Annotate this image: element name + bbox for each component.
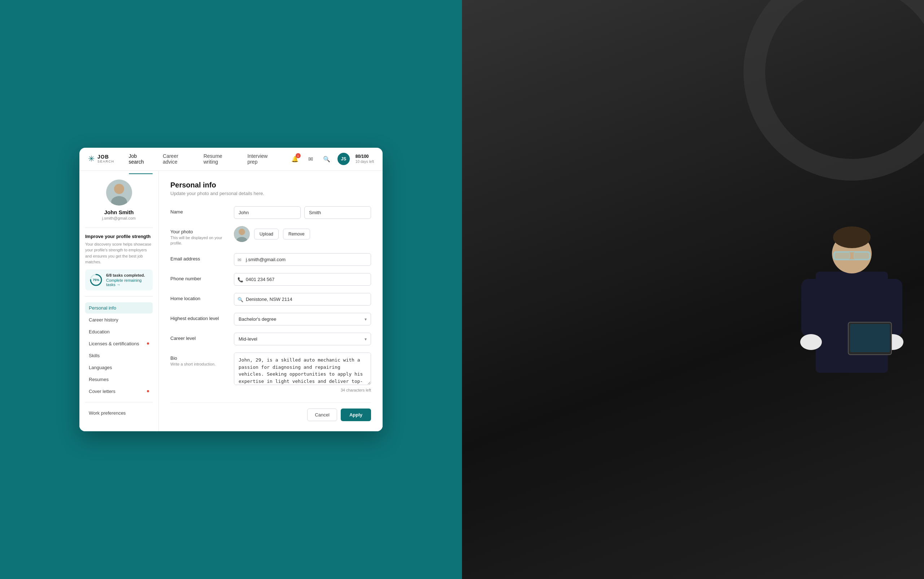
mechanic-illustration (462, 0, 924, 579)
location-field-col: 🔍 (234, 293, 371, 306)
form-actions: Cancel Apply (170, 402, 371, 421)
form-area: Personal info Update your photo and pers… (159, 171, 383, 432)
notification-icon[interactable]: 🔔 1 (290, 154, 300, 164)
phone-field-col: 📞 (234, 273, 371, 286)
user-avatar-nav[interactable]: JS (337, 153, 350, 165)
email-input[interactable] (234, 253, 371, 266)
sidebar-item-licenses[interactable]: Licenses & certifications (85, 338, 153, 349)
remove-button[interactable]: Remove (283, 229, 310, 239)
sidebar-item-personal-info[interactable]: Personal info (85, 302, 153, 314)
sidebar-divider (85, 402, 153, 402)
sidebar-label-skills: Skills (89, 353, 99, 358)
logo-text: JOB SEARCH (98, 154, 114, 163)
bio-row: Bio Write a short introduction. John, 29… (170, 353, 371, 392)
career-label: Career level (170, 335, 228, 341)
sidebar-item-resumes[interactable]: Resumes (85, 374, 153, 385)
char-count: 34 characters left (234, 388, 371, 392)
nav-job-search[interactable]: Job search (129, 152, 153, 166)
phone-input[interactable] (234, 273, 371, 286)
cancel-button[interactable]: Cancel (307, 409, 337, 421)
nav-resume-writing[interactable]: Resume writing (204, 152, 238, 166)
sidebar: John Smith j.smith@gmail.com Improve you… (80, 171, 159, 432)
page-wrapper: ✳ JOB SEARCH Job search Career advice Re… (0, 0, 924, 579)
svg-rect-14 (801, 279, 821, 337)
name-label-col: Name (170, 206, 228, 214)
upload-button[interactable]: Upload (254, 229, 279, 239)
tasks-completed: 6/8 tasks completed. (106, 273, 148, 277)
logo-job: JOB (98, 154, 114, 160)
career-field-col: Entry-level Mid-level Senior Lead Manage… (234, 333, 371, 345)
mail-icon[interactable]: ✉ (306, 154, 316, 164)
career-select[interactable]: Entry-level Mid-level Senior Lead Manage… (234, 333, 371, 345)
sidebar-label-resumes: Resumes (89, 377, 109, 382)
photo-label: Your photo (170, 229, 228, 234)
location-row: Home location 🔍 (170, 293, 371, 306)
form-subtitle: Update your photo and personal details h… (170, 191, 371, 196)
svg-point-1 (114, 184, 124, 194)
avatar (106, 180, 132, 206)
search-icon[interactable]: 🔍 (322, 154, 332, 164)
education-label: Highest education level (170, 316, 228, 321)
profile-section: John Smith j.smith@gmail.com (85, 180, 153, 228)
phone-icon: 📞 (238, 277, 243, 282)
notification-badge: 1 (296, 153, 301, 158)
sidebar-item-work-preferences[interactable]: Work preferences (85, 407, 153, 419)
sidebar-label-cover-letters: Cover letters (89, 389, 116, 394)
sidebar-nav: Personal info Career history Education L… (85, 302, 153, 419)
sidebar-item-career-history[interactable]: Career history (85, 314, 153, 325)
name-label: Name (170, 209, 228, 214)
profile-strength-desc: Your discovery score helps showcase your… (85, 241, 153, 265)
email-icon: ✉ (238, 257, 241, 262)
nav-right: 🔔 1 ✉ 🔍 JS 80/100 10 days left (290, 153, 374, 165)
email-label: Email address (170, 256, 228, 262)
sidebar-item-languages[interactable]: Languages (85, 362, 153, 373)
bio-label: Bio (170, 355, 228, 361)
location-input[interactable] (234, 293, 371, 306)
phone-row: Phone number 📞 (170, 273, 371, 286)
cover-letters-dot (147, 390, 149, 392)
svg-rect-13 (854, 252, 869, 259)
photo-field: Upload Remove (234, 226, 371, 242)
nav-career-advice[interactable]: Career advice (163, 152, 194, 166)
profile-strength-title: Improve your profile strength (85, 234, 153, 239)
education-row: Highest education level Bachelor's degre… (170, 313, 371, 325)
location-label: Home location (170, 296, 228, 301)
sidebar-item-education[interactable]: Education (85, 326, 153, 337)
photo-label-col: Your photo This will be displayed on you… (170, 226, 228, 246)
photo-controls: Upload Remove (234, 226, 371, 242)
bio-textarea[interactable]: John, 29, is a skilled auto mechanic wit… (234, 353, 371, 385)
tasks-info: 6/8 tasks completed. Complete remaining … (106, 273, 148, 287)
education-select[interactable]: Bachelor's degree Master's degree PhD Di… (234, 313, 371, 325)
photo-sublabel: This will be displayed on your profile. (170, 235, 228, 246)
sidebar-label-education: Education (89, 329, 110, 334)
tasks-link[interactable]: Complete remaining tasks → (106, 278, 148, 287)
logo[interactable]: ✳ JOB SEARCH (88, 154, 114, 164)
logo-icon: ✳ (88, 154, 95, 164)
nav-interview-prep[interactable]: Interview prep (247, 152, 278, 166)
profile-strength-section: Improve your profile strength Your disco… (85, 234, 153, 296)
mechanic-svg (794, 200, 909, 380)
sidebar-item-cover-letters[interactable]: Cover letters (85, 386, 153, 397)
career-label-col: Career level (170, 333, 228, 341)
first-name-input[interactable] (234, 206, 301, 219)
app-window: ✳ JOB SEARCH Job search Career advice Re… (80, 148, 383, 432)
email-input-wrapper: ✉ (234, 253, 371, 266)
last-name-input[interactable] (304, 206, 371, 219)
form-title: Personal info (170, 181, 371, 189)
education-label-col: Highest education level (170, 313, 228, 321)
career-select-wrapper: Entry-level Mid-level Senior Lead Manage… (234, 333, 371, 345)
photo-row: Your photo This will be displayed on you… (170, 226, 371, 246)
name-inputs-row (234, 206, 371, 219)
apply-button[interactable]: Apply (341, 409, 371, 421)
name-fields (234, 206, 371, 219)
main-content: John Smith j.smith@gmail.com Improve you… (80, 171, 383, 432)
svg-rect-12 (834, 252, 850, 259)
days-left: 10 days left (355, 159, 374, 164)
name-row: Name (170, 206, 371, 219)
photo-avatar (234, 226, 250, 242)
email-field-col: ✉ (234, 253, 371, 266)
sidebar-label-career-history: Career history (89, 317, 118, 322)
score-value: 80/100 (355, 154, 374, 160)
logo-search: SEARCH (98, 160, 114, 164)
sidebar-item-skills[interactable]: Skills (85, 350, 153, 361)
